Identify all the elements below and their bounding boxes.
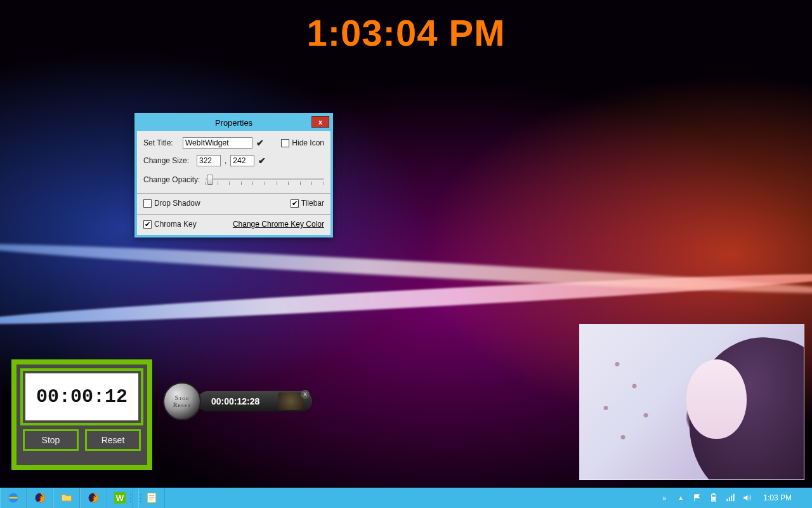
network-icon[interactable] — [725, 493, 735, 503]
ie-icon — [7, 491, 20, 504]
hide-icon-label: Hide Icon — [292, 138, 324, 147]
taskbar-clock[interactable]: 1:03 PM — [758, 493, 797, 502]
notes-icon — [145, 491, 158, 504]
photo-content — [583, 328, 697, 474]
stopwatch-decoration — [278, 392, 303, 410]
tilebar-label: Tilebar — [301, 199, 324, 208]
svg-rect-5 — [713, 493, 716, 495]
stopwatch-dark-time: 00:00:12:28 — [211, 396, 259, 406]
change-opacity-label: Change Opacity: — [143, 175, 202, 184]
change-size-label: Change Size: — [143, 156, 193, 165]
svg-rect-9 — [731, 496, 732, 502]
svg-rect-6 — [712, 497, 716, 500]
svg-rect-8 — [729, 497, 730, 501]
svg-rect-10 — [733, 494, 735, 501]
chroma-key-label: Chroma Key — [154, 220, 197, 229]
volume-icon[interactable] — [742, 493, 752, 503]
taskbar-app-firefox[interactable] — [27, 488, 53, 508]
stop-button[interactable]: Stop — [23, 429, 79, 451]
w-icon: W — [114, 492, 126, 504]
apply-size-icon[interactable]: ✔ — [258, 156, 266, 166]
stopwatch-display: 00:00:12 — [23, 371, 141, 423]
properties-window[interactable]: Properties x Set Title: ✔ Hide Icon Chan… — [134, 113, 333, 237]
taskbar[interactable]: W ⋮⋮ » ▲ 1:03 PM — [0, 488, 812, 508]
close-icon[interactable]: X — [301, 390, 310, 399]
opacity-slider[interactable] — [206, 173, 324, 187]
firefox-icon — [34, 491, 46, 504]
chroma-key-checkbox[interactable]: Chroma Key — [143, 220, 197, 229]
drop-shadow-label: Drop Shadow — [154, 199, 200, 208]
set-title-label: Set Title: — [143, 138, 179, 147]
stopwatch-knob-button[interactable]: Stop Reset — [163, 382, 201, 420]
slider-thumb[interactable] — [207, 175, 213, 185]
size-separator: , — [225, 156, 226, 165]
taskbar-app-firefox2[interactable] — [80, 488, 107, 508]
tilebar-checkbox[interactable]: Tilebar — [291, 199, 324, 208]
folder-icon — [60, 491, 73, 504]
taskbar-app-explorer[interactable] — [53, 488, 80, 508]
firefox-icon — [87, 491, 100, 504]
tray-overflow-icon[interactable]: » — [659, 493, 669, 503]
tray-up-icon[interactable]: ▲ — [676, 493, 686, 503]
taskbar-app-notes[interactable] — [138, 488, 165, 508]
reset-button[interactable]: Reset — [85, 429, 141, 451]
properties-titlebar[interactable]: Properties x — [137, 116, 331, 131]
stopwatch-widget-green[interactable]: 00:00:12 Stop Reset — [11, 359, 152, 470]
desktop-clock-widget: 1:03:04 PM — [306, 11, 505, 54]
change-chroma-color-link[interactable]: Change Chrome Key Color — [233, 220, 324, 229]
knob-stop-label: Stop — [175, 394, 190, 401]
stopwatch-widget-dark[interactable]: Stop Reset 00:00:12:28 X — [163, 385, 312, 417]
flag-icon[interactable] — [692, 493, 702, 503]
properties-title-text: Properties — [215, 118, 252, 128]
properties-body: Set Title: ✔ Hide Icon Change Size: , ✔ … — [137, 131, 331, 235]
apply-title-icon[interactable]: ✔ — [256, 138, 264, 148]
width-input[interactable] — [197, 155, 221, 166]
svg-rect-7 — [726, 499, 728, 502]
taskbar-app-ie[interactable] — [0, 488, 27, 508]
height-input[interactable] — [230, 155, 254, 166]
hide-icon-checkbox[interactable]: Hide Icon — [281, 138, 324, 147]
battery-icon[interactable] — [709, 493, 719, 503]
drop-shadow-checkbox[interactable]: Drop Shadow — [143, 199, 200, 208]
photo-widget[interactable] — [579, 324, 804, 480]
set-title-input[interactable] — [183, 137, 252, 149]
taskbar-separator: ⋮⋮ — [133, 488, 138, 508]
close-button[interactable]: x — [311, 116, 329, 128]
knob-reset-label: Reset — [173, 401, 191, 408]
